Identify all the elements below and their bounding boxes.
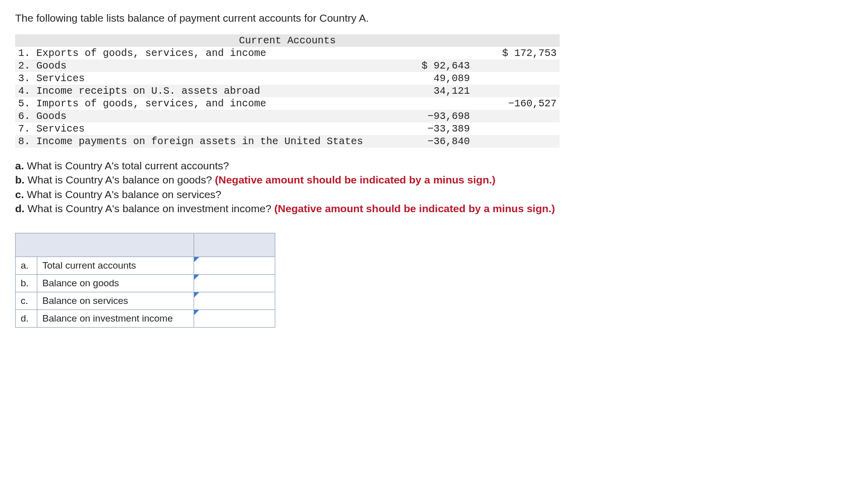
row-total [473, 85, 560, 97]
input-marker-icon [194, 275, 199, 280]
question-b: b. What is Country A's balance on goods?… [15, 173, 830, 187]
table-row: 1. Exports of goods, services, and incom… [15, 47, 560, 59]
row-total: −160,527 [473, 97, 560, 110]
table-row: 7. Services−33,389 [15, 122, 560, 135]
answer-row: d.Balance on investment income [16, 310, 275, 328]
row-total [473, 110, 560, 122]
row-label: 7. Services [15, 122, 396, 135]
question-b-bold: b. [15, 174, 25, 185]
answer-label: Balance on investment income [37, 310, 194, 328]
answer-input[interactable] [194, 276, 275, 291]
table-row: 6. Goods−93,698 [15, 110, 560, 122]
question-d: d. What is Country A's balance on invest… [15, 202, 830, 216]
input-marker-icon [194, 257, 199, 262]
table-row: 4. Income receipts on U.S. assets abroad… [15, 85, 560, 97]
answer-input[interactable] [194, 258, 275, 273]
answer-input[interactable] [194, 293, 275, 308]
answer-label: Balance on services [37, 292, 194, 310]
answer-row: a.Total current accounts [16, 257, 275, 275]
answer-header-blank-right [194, 233, 275, 257]
current-accounts-table: Current Accounts 1. Exports of goods, se… [15, 34, 560, 148]
row-total [473, 122, 560, 135]
question-a-text: What is Country A's total current accoun… [24, 160, 229, 171]
answer-table: a.Total current accountsb.Balance on goo… [15, 233, 275, 328]
row-label: 1. Exports of goods, services, and incom… [15, 47, 396, 59]
row-total [473, 72, 560, 85]
row-subvalue: −36,840 [396, 135, 473, 148]
row-total [473, 59, 560, 72]
row-subvalue: $ 92,643 [396, 59, 473, 72]
row-subvalue: 34,121 [396, 85, 473, 97]
row-subvalue [396, 47, 473, 59]
row-subvalue: −33,389 [396, 122, 473, 135]
question-d-text: What is Country A's balance on investmen… [25, 203, 274, 214]
questions-block: a. What is Country A's total current acc… [15, 159, 830, 216]
answer-row: c.Balance on services [16, 292, 275, 310]
row-label: 4. Income receipts on U.S. assets abroad [15, 85, 396, 97]
row-total [473, 135, 560, 148]
row-label: 5. Imports of goods, services, and incom… [15, 97, 396, 110]
answer-letter: c. [16, 292, 37, 310]
question-a: a. What is Country A's total current acc… [15, 159, 830, 173]
table-row: 3. Services49,089 [15, 72, 560, 85]
answer-letter: d. [16, 310, 37, 328]
answer-input-cell[interactable] [194, 275, 275, 292]
input-marker-icon [194, 310, 199, 315]
input-marker-icon [194, 292, 199, 297]
answer-input-cell[interactable] [194, 292, 275, 310]
question-b-red: (Negative amount should be indicated by … [215, 174, 496, 185]
question-c-bold: c. [15, 188, 24, 200]
answer-input[interactable] [194, 311, 275, 326]
intro-text: The following table lists balance of pay… [15, 12, 830, 24]
row-label: 8. Income payments on foreign assets in … [15, 135, 396, 148]
answer-header-blank-left [16, 233, 194, 257]
answer-letter: b. [16, 275, 37, 292]
row-subvalue: 49,089 [396, 72, 473, 85]
question-d-red: (Negative amount should be indicated by … [274, 203, 555, 214]
row-label: 6. Goods [15, 110, 396, 122]
answer-input-cell[interactable] [194, 310, 275, 328]
answer-input-cell[interactable] [194, 257, 275, 275]
row-label: 2. Goods [15, 59, 396, 72]
question-b-text: What is Country A's balance on goods? [25, 174, 215, 185]
question-c: c. What is Country A's balance on servic… [15, 187, 830, 202]
answer-label: Balance on goods [37, 275, 194, 292]
question-d-bold: d. [15, 203, 25, 214]
row-total: $ 172,753 [473, 47, 560, 59]
answer-label: Total current accounts [37, 257, 194, 275]
answer-letter: a. [16, 257, 37, 275]
answer-row: b.Balance on goods [16, 275, 275, 292]
table-row: 8. Income payments on foreign assets in … [15, 135, 560, 148]
table-row: 5. Imports of goods, services, and incom… [15, 97, 560, 110]
table-title: Current Accounts [15, 34, 560, 47]
table-row: 2. Goods$ 92,643 [15, 59, 560, 72]
question-a-bold: a. [15, 160, 24, 171]
question-c-text: What is Country A's balance on services? [24, 188, 222, 200]
row-label: 3. Services [15, 72, 396, 85]
row-subvalue [396, 97, 473, 110]
row-subvalue: −93,698 [396, 110, 473, 122]
